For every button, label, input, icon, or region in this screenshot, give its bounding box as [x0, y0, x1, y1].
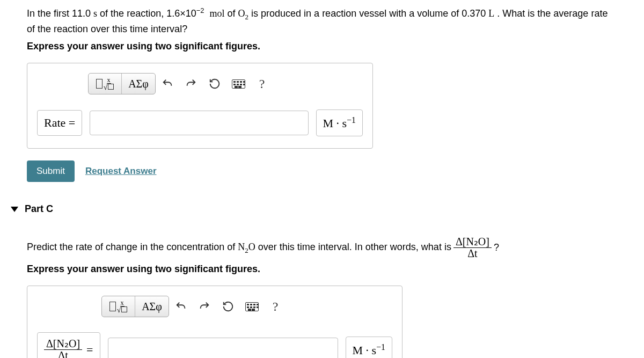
partc-unit-label: M · s−1 — [346, 337, 392, 358]
pt2: of the reaction, 1.6×10 — [97, 8, 196, 19]
c2: over this time interval. In other words,… — [255, 242, 451, 252]
greek-button[interactable]: ΑΣφ — [135, 296, 169, 317]
partc-input-row: Δ[N₂O] Δt = M · s−1 — [37, 332, 392, 358]
collapse-icon[interactable] — [11, 207, 18, 212]
partb-problem-text: In the first 11.0 s of the reaction, 1.6… — [27, 5, 617, 36]
undo-icon[interactable] — [156, 73, 179, 94]
exp: −2 — [196, 6, 204, 14]
partb-answer-box: x√ ΑΣφ ? Rate = M · s−1 — [27, 63, 373, 149]
templates-button[interactable]: x√ — [102, 296, 135, 317]
keyboard-icon[interactable] — [226, 73, 250, 94]
partb-instruction: Express your answer using two significan… — [27, 41, 617, 52]
unit-exp: −1 — [347, 115, 356, 125]
partb-actions: Submit Request Answer — [27, 160, 617, 182]
partc-problem-text: Predict the rate of change in the concen… — [27, 236, 617, 259]
unit-exp: −1 — [376, 342, 385, 352]
pt1: In the first 11.0 — [27, 8, 93, 19]
partb-toolbar: x√ ΑΣφ ? — [37, 73, 363, 94]
templates-button[interactable]: x√ — [89, 73, 122, 94]
unit-base: M · s — [353, 344, 377, 357]
keyboard-icon[interactable] — [240, 296, 264, 317]
request-answer-link[interactable]: Request Answer — [85, 166, 157, 177]
frac-den: Δt — [465, 248, 479, 259]
reset-icon[interactable] — [203, 73, 226, 94]
pt3: of — [225, 8, 238, 19]
o2n: O — [238, 8, 245, 19]
lvar: L — [488, 8, 494, 19]
partc-answer-box: x√ ΑΣφ ? Δ[N₂O] Δt — [27, 286, 402, 358]
mol: mol — [210, 8, 225, 19]
unit-base: M · s — [323, 116, 347, 130]
qmark: ? — [494, 240, 499, 255]
partc-title: Part C — [25, 203, 53, 215]
partc-answer-input[interactable] — [108, 338, 338, 358]
equals: = — [86, 343, 93, 357]
pt4: is produced in a reaction vessel with a … — [248, 8, 488, 19]
partc-instruction: Express your answer using two significan… — [27, 264, 617, 275]
partb-lhs-label: Rate = — [37, 110, 82, 136]
frac-num: Δ[N₂O] — [453, 236, 492, 248]
greek-button[interactable]: ΑΣφ — [122, 73, 155, 94]
undo-icon[interactable] — [169, 296, 193, 317]
partc-lhs-frac: Δ[N₂O] Δt — [44, 338, 82, 358]
partc-header[interactable]: Part C — [11, 203, 617, 215]
submit-button[interactable]: Submit — [27, 160, 75, 182]
fraction-delta-n2o: Δ[N₂O] Δt — [453, 236, 492, 259]
partb-input-row: Rate = M · s−1 — [37, 109, 363, 136]
o: O — [248, 242, 255, 252]
partb-unit-label: M · s−1 — [316, 109, 363, 136]
partc-toolbar: x√ ΑΣφ ? — [37, 296, 392, 317]
help-icon[interactable]: ? — [250, 73, 274, 94]
reset-icon[interactable] — [216, 296, 240, 317]
redo-icon[interactable] — [179, 73, 203, 94]
lhs-num: Δ[N₂O] — [44, 338, 82, 350]
help-icon[interactable]: ? — [264, 296, 287, 317]
partc-lhs-label: Δ[N₂O] Δt = — [37, 332, 100, 358]
format-group: x√ ΑΣφ — [88, 73, 156, 94]
format-group-c: x√ ΑΣφ — [101, 296, 169, 317]
n: N — [238, 242, 245, 252]
partb-answer-input[interactable] — [90, 111, 308, 135]
redo-icon[interactable] — [193, 296, 216, 317]
lhs-den: Δt — [56, 350, 70, 358]
c1: Predict the rate of change in the concen… — [27, 242, 238, 252]
